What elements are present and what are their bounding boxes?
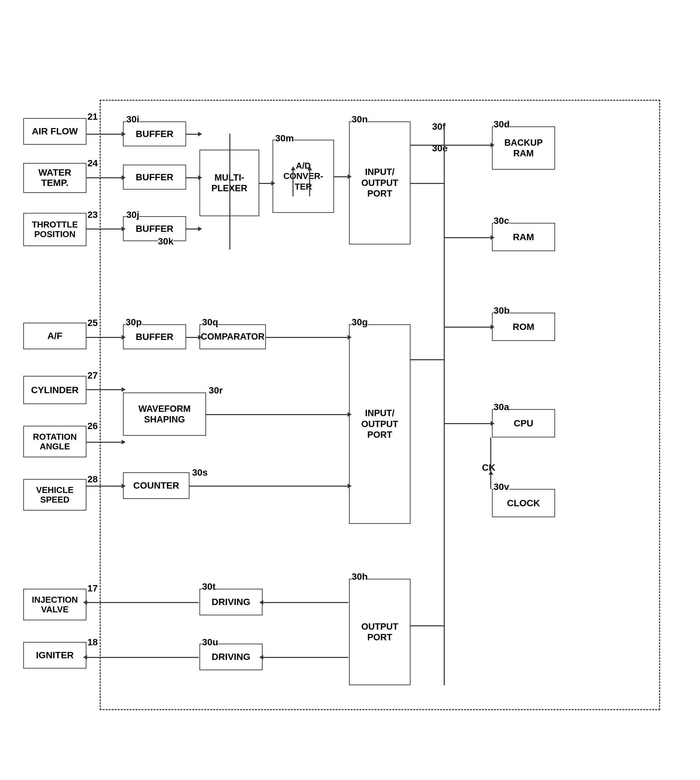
line-buf1-mux bbox=[186, 134, 199, 135]
ref-21: 21 bbox=[87, 112, 98, 122]
block-backup-ram: BACKUPRAM bbox=[492, 126, 555, 170]
ref-30b: 30b bbox=[493, 306, 510, 316]
line-rotangle-ws bbox=[87, 442, 122, 443]
block-comparator: COMPARATOR bbox=[200, 324, 266, 349]
block-buffer2: BUFFER bbox=[123, 165, 186, 190]
block-vehicle-speed: VEHICLESPEED bbox=[23, 479, 87, 511]
line-buf2-mux bbox=[186, 177, 199, 178]
ref-30n: 30n bbox=[352, 114, 368, 125]
figure-title bbox=[0, 0, 700, 20]
block-cpu: CPU bbox=[492, 409, 555, 438]
ref-30k: 30k bbox=[158, 236, 173, 247]
line-ck-clock bbox=[490, 474, 491, 489]
block-injection-valve: INJECTIONVALVE bbox=[23, 589, 87, 620]
vline-main-bus bbox=[444, 126, 445, 685]
ref-30r: 30r bbox=[209, 385, 223, 396]
ref-30v: 30v bbox=[493, 482, 509, 492]
ref-30a: 30a bbox=[493, 402, 509, 413]
line-mux-adc bbox=[259, 183, 272, 184]
line-outport-driving2 bbox=[263, 657, 348, 658]
block-buffer1: BUFFER bbox=[123, 122, 186, 146]
block-io-port2: INPUT/OUTPUTPORT bbox=[349, 324, 410, 524]
ref-30u: 30u bbox=[202, 637, 218, 648]
block-air-flow: AIR FLOW bbox=[23, 118, 87, 145]
ref-30i: 30i bbox=[126, 114, 139, 125]
ref-30d: 30d bbox=[493, 119, 510, 130]
ref-30c: 30c bbox=[493, 215, 509, 226]
line-driving2-igniter bbox=[87, 657, 199, 658]
line-bus-backupram bbox=[444, 145, 491, 146]
vline-mux-bot bbox=[229, 216, 230, 249]
block-throttle-position: THROTTLEPOSITION bbox=[23, 213, 87, 246]
block-waveform-shaping: WAVEFORMSHAPING bbox=[123, 393, 206, 436]
line-throttle-buffer3 bbox=[87, 229, 122, 229]
ref-25: 25 bbox=[87, 317, 98, 328]
block-rom: ROM bbox=[492, 313, 555, 341]
line-outport-driving1 bbox=[263, 602, 348, 603]
block-igniter: IGNITER bbox=[23, 642, 87, 668]
block-cylinder: CYLINDER bbox=[23, 376, 87, 404]
ref-17: 17 bbox=[87, 583, 98, 594]
block-buffer4: BUFFER bbox=[123, 324, 186, 349]
ref-18: 18 bbox=[87, 637, 98, 648]
ref-30h: 30h bbox=[352, 571, 368, 582]
vline-mux-buf1 bbox=[229, 134, 230, 183]
line-bus-ram bbox=[444, 237, 491, 238]
vline-adc-up1 bbox=[292, 170, 293, 196]
ref-27: 27 bbox=[87, 370, 98, 381]
vline-adc-up2 bbox=[309, 170, 310, 196]
line-watertemp-buffer2 bbox=[87, 177, 122, 178]
ref-30s: 30s bbox=[192, 467, 208, 478]
block-clock: CLOCK bbox=[492, 489, 555, 517]
block-ram: RAM bbox=[492, 223, 555, 251]
ref-26: 26 bbox=[87, 421, 98, 431]
block-rotation-angle: ROTATIONANGLE bbox=[23, 426, 87, 458]
block-driving1: DRIVING bbox=[200, 589, 263, 615]
block-driving2: DRIVING bbox=[200, 644, 263, 670]
block-ad-converter: A/DCONVER-TER bbox=[273, 140, 334, 213]
ref-28: 28 bbox=[87, 474, 98, 484]
block-af: A/F bbox=[23, 322, 87, 349]
line-ioport1-right bbox=[410, 183, 444, 184]
line-cylinder-ws bbox=[87, 389, 122, 390]
line-counter-ioport2 bbox=[190, 486, 348, 487]
block-water-temp: WATERTEMP. bbox=[23, 163, 87, 193]
ref-23: 23 bbox=[87, 210, 98, 220]
ref-30j: 30j bbox=[126, 210, 139, 220]
line-buf3-mux bbox=[186, 229, 199, 229]
ref-30p: 30p bbox=[126, 317, 142, 327]
line-vspeed-counter bbox=[87, 486, 122, 487]
block-io-port1: INPUT/OUTPUTPORT bbox=[349, 122, 410, 244]
block-counter: COUNTER bbox=[123, 472, 190, 499]
line-af-buf4 bbox=[87, 337, 122, 338]
line-ws-ioport2 bbox=[206, 414, 348, 415]
line-airflow-buffer1 bbox=[87, 134, 122, 135]
line-driving1-injvalve bbox=[87, 602, 199, 603]
line-buf4-comp bbox=[186, 337, 199, 338]
ref-30q: 30q bbox=[202, 317, 218, 327]
ref-24: 24 bbox=[87, 158, 98, 169]
block-output-port: OUTPUTPORT bbox=[349, 579, 410, 685]
line-comp-ioport2 bbox=[266, 337, 348, 338]
line-adc-ioport1 bbox=[334, 176, 348, 177]
ref-30g: 30g bbox=[352, 317, 368, 327]
ref-30t: 30t bbox=[202, 581, 215, 592]
line-outport-bus bbox=[410, 625, 444, 626]
ref-30m: 30m bbox=[275, 133, 294, 144]
line-bus-cpu bbox=[444, 423, 491, 424]
line-ioport2-bus bbox=[410, 359, 444, 360]
line-bus-rom bbox=[444, 327, 491, 327]
